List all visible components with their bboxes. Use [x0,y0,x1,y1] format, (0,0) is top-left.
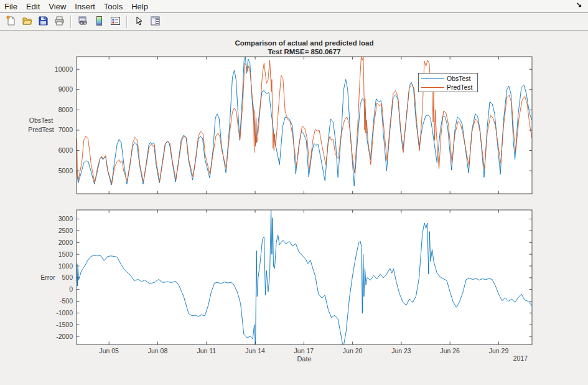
property-inspector-icon [150,16,161,28]
x-axis-label: Date [297,355,311,363]
x-tick-label: Jun 29 [489,347,509,354]
y-tick-label: 2500 [58,227,73,234]
link-plot-button[interactable] [75,14,90,29]
figure-canvas: 5000600070008000900010000Jun 05Jun 08Jun… [0,31,588,385]
new-figure-button[interactable] [3,14,18,29]
open-file-button[interactable] [19,14,34,29]
figure-toolbar [0,13,588,31]
top-ylabel-line1: ObsTest [29,116,54,124]
save-figure-icon [38,16,49,28]
x-tick-label: Jun 17 [294,347,314,354]
x-tick-label: Jun 26 [440,347,460,354]
y-tick-label: 9000 [58,85,73,93]
y-tick-label: -1500 [56,321,73,328]
x-tick-label: Jun 23 [391,347,411,354]
insert-legend-button[interactable] [108,14,123,29]
x-tick-label: Jun 05 [99,347,119,354]
y-tick-label: 1500 [58,250,73,258]
menu-item-edit[interactable]: Edit [22,1,44,12]
menu-item-insert[interactable]: Insert [70,1,100,12]
y-tick-label: 10000 [55,65,73,73]
toolbar-separator [126,16,128,28]
y-tick-label: 0 [69,285,73,293]
y-tick-label: 1000 [58,262,73,270]
menu-item-help[interactable]: Help [127,1,152,12]
y-tick-label: -1000 [56,309,73,316]
x-tick-label: Jun 08 [148,347,168,354]
menu-item-view[interactable]: View [44,1,70,12]
y-tick-label: -2000 [56,333,73,340]
x-tick-label: Jun 14 [245,347,265,354]
menu-item-file[interactable]: File [0,1,22,12]
menu-item-tools[interactable]: Tools [100,1,127,12]
y-tick-label: 8000 [58,106,73,113]
y-tick-label: 7000 [58,126,73,133]
property-inspector-button[interactable] [147,14,162,29]
x-tick-label: Jun 20 [343,347,363,354]
axes-background [77,210,532,345]
edit-plot-button[interactable] [131,14,146,29]
toolbar-separator [70,16,72,28]
insert-legend-icon [110,16,121,28]
menu-bar: FileEditViewInsertToolsHelp↘ [0,0,588,13]
dock-figure-icon[interactable]: ↘ [576,1,582,9]
matlab-figure-window: { "menu": {"items": ["File", "Edit", "Vi… [0,0,588,385]
save-figure-button[interactable] [35,14,50,29]
y-tick-label: 5000 [58,167,73,174]
link-plot-icon [78,16,88,28]
y-tick-label: -500 [60,297,73,305]
y-tick-label: 500 [62,273,73,281]
legend[interactable]: ObsTestPredTest [419,74,478,92]
legend-label-predtest: PredTest [447,83,473,91]
edit-plot-icon [134,16,144,28]
insert-colorbar-button[interactable] [91,14,106,29]
plot-title-line1: Comparison of actual and predicted load [235,39,373,47]
figure-plot-area: 5000600070008000900010000Jun 05Jun 08Jun… [0,31,588,385]
axes-error[interactable]: Jun 05Jun 08Jun 11Jun 14Jun 17Jun 20Jun … [56,210,532,354]
x-tick-label: Jun 11 [197,347,216,354]
new-figure-icon [6,16,16,28]
open-file-icon [22,16,32,28]
year-label: 2017 [513,354,528,362]
plot-title-line2: Test RMSE= 850.0677 [268,48,340,55]
insert-colorbar-icon [94,16,105,28]
error-ylabel: Error [40,273,55,281]
y-tick-label: 6000 [58,146,73,154]
print-figure-icon [54,16,65,28]
y-tick-label: 3000 [58,215,73,222]
print-figure-button[interactable] [52,14,67,29]
y-tick-label: 2000 [58,239,73,246]
top-ylabel-line2: PredTest [28,126,54,133]
legend-label-obstest: ObsTest [447,75,471,82]
